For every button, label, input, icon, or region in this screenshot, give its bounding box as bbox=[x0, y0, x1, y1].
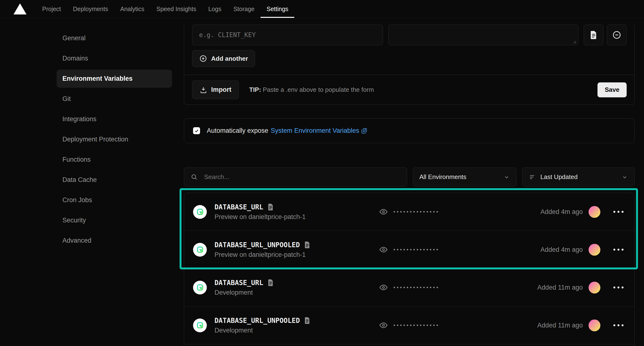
sidebar-item-environment-variables[interactable]: Environment Variables bbox=[57, 70, 172, 88]
env-name-block: DATABASE_URL_UNPOOLED Development bbox=[214, 316, 311, 334]
nav-item-analytics[interactable]: Analytics bbox=[114, 0, 150, 18]
copy-value-icon[interactable] bbox=[267, 203, 274, 211]
added-timestamp: Added 11m ago bbox=[537, 322, 583, 329]
eye-reveal-icon[interactable] bbox=[379, 321, 388, 330]
remove-row-button[interactable] bbox=[607, 24, 627, 45]
sidebar-item-general[interactable]: General bbox=[57, 29, 172, 47]
environment-filter-label: All Environments bbox=[419, 173, 503, 181]
eye-reveal-icon[interactable] bbox=[379, 245, 388, 254]
tip-text: TIP: Paste a .env above to populate the … bbox=[249, 86, 374, 94]
hidden-value-dots: •••••••••••••• bbox=[393, 323, 440, 328]
vercel-logo[interactable] bbox=[14, 0, 26, 18]
env-value-block: •••••••••••••• bbox=[379, 321, 440, 330]
eye-reveal-icon[interactable] bbox=[379, 207, 388, 216]
neon-logo-icon bbox=[196, 284, 204, 291]
key-value-row bbox=[192, 24, 627, 46]
env-key-input[interactable] bbox=[192, 24, 383, 45]
user-avatar bbox=[588, 282, 600, 294]
nav-item-logs[interactable]: Logs bbox=[202, 0, 227, 18]
paste-env-file-button[interactable] bbox=[584, 24, 604, 45]
env-value-input[interactable] bbox=[388, 24, 578, 45]
env-key: DATABASE_URL bbox=[214, 203, 263, 211]
hidden-value-dots: •••••••••••••• bbox=[393, 209, 440, 214]
add-another-button[interactable]: Add another bbox=[192, 50, 255, 67]
new-env-var-card: Add another Import TIP: Paste a .env abo… bbox=[184, 24, 634, 105]
save-button[interactable]: Save bbox=[598, 82, 627, 97]
circle-plus-icon bbox=[199, 54, 207, 63]
env-value-block: •••••••••••••• bbox=[379, 283, 440, 292]
import-label: Import bbox=[211, 86, 232, 94]
search-wrap bbox=[184, 168, 407, 186]
sort-label: Last Updated bbox=[540, 173, 621, 181]
row-actions-menu-button[interactable] bbox=[612, 247, 626, 252]
search-input[interactable] bbox=[184, 168, 407, 186]
row-actions-menu-button[interactable] bbox=[612, 322, 626, 328]
env-var-row: DATABASE_URL Preview on danieltprice-pat… bbox=[184, 193, 634, 231]
env-target: Preview on danieltprice-patch-1 bbox=[214, 213, 306, 221]
expose-checkbox[interactable] bbox=[193, 127, 200, 134]
external-link-icon bbox=[361, 128, 367, 134]
added-timestamp: Added 11m ago bbox=[537, 284, 583, 291]
form-footer: Import TIP: Paste a .env above to popula… bbox=[184, 75, 634, 104]
sort-dropdown[interactable]: Last Updated bbox=[522, 168, 634, 186]
copy-value-icon[interactable] bbox=[304, 241, 311, 249]
env-var-row: DATABASE_URL_UNPOOLED Development ••••••… bbox=[184, 306, 634, 344]
env-target: Preview on danieltprice-patch-1 bbox=[214, 251, 311, 258]
environment-filter-dropdown[interactable]: All Environments bbox=[413, 168, 516, 186]
nav-item-project[interactable]: Project bbox=[36, 0, 67, 18]
user-avatar bbox=[588, 206, 600, 218]
env-target: Development bbox=[214, 289, 274, 296]
chevron-down-icon bbox=[503, 174, 510, 180]
sidebar-item-data-cache[interactable]: Data Cache bbox=[57, 171, 172, 189]
sidebar-item-security[interactable]: Security bbox=[57, 211, 172, 230]
resize-grip-icon[interactable] bbox=[572, 40, 576, 44]
env-key: DATABASE_URL_UNPOOLED bbox=[214, 316, 300, 324]
env-row-meta: Added 11m ago bbox=[537, 320, 626, 331]
row-actions-menu-button[interactable] bbox=[612, 284, 626, 290]
env-key: DATABASE_URL_UNPOOLED bbox=[214, 241, 300, 249]
user-avatar bbox=[588, 244, 600, 256]
sidebar-item-functions[interactable]: Functions bbox=[57, 150, 172, 169]
env-var-row: DATABASE_URL_UNPOOLED Preview on danielt… bbox=[184, 231, 634, 269]
sidebar-item-integrations[interactable]: Integrations bbox=[57, 110, 172, 128]
file-icon bbox=[589, 30, 598, 40]
neon-logo-icon bbox=[196, 246, 204, 254]
search-icon bbox=[190, 173, 198, 181]
settings-sidebar: General Domains Environment Variables Gi… bbox=[0, 18, 177, 252]
next-row-partial bbox=[184, 344, 634, 346]
nav-item-speed-insights[interactable]: Speed Insights bbox=[150, 0, 202, 18]
env-value-wrap bbox=[388, 24, 578, 46]
system-env-variables-link[interactable]: System Environment Variables bbox=[271, 127, 367, 134]
env-name-block: DATABASE_URL Preview on danieltprice-pat… bbox=[214, 203, 306, 221]
nav-item-storage[interactable]: Storage bbox=[227, 0, 260, 18]
sidebar-item-git[interactable]: Git bbox=[57, 90, 172, 108]
eye-reveal-icon[interactable] bbox=[379, 283, 388, 292]
hidden-value-dots: •••••••••••••• bbox=[393, 285, 440, 290]
chevron-down-icon bbox=[621, 174, 628, 180]
env-key: DATABASE_URL bbox=[214, 279, 263, 287]
circle-minus-icon bbox=[612, 30, 622, 40]
system-env-card: Automatically expose System Environment … bbox=[184, 118, 634, 143]
sidebar-item-deployment-protection[interactable]: Deployment Protection bbox=[57, 130, 172, 148]
sidebar-item-advanced[interactable]: Advanced bbox=[57, 232, 172, 250]
neon-integration-avatar bbox=[193, 205, 207, 219]
copy-value-icon[interactable] bbox=[267, 279, 274, 286]
vercel-triangle-icon bbox=[14, 3, 26, 14]
neon-integration-avatar bbox=[193, 281, 207, 294]
env-var-row: DATABASE_URL Development •••••••••••••• bbox=[184, 269, 634, 306]
expose-label: Automatically expose bbox=[207, 127, 268, 134]
settings-page: General Domains Environment Variables Gi… bbox=[0, 18, 644, 346]
nav-item-settings[interactable]: Settings bbox=[260, 0, 294, 18]
import-download-icon bbox=[200, 86, 207, 94]
copy-value-icon[interactable] bbox=[304, 316, 311, 324]
env-row-meta: Added 4m ago bbox=[540, 206, 626, 218]
user-avatar bbox=[588, 320, 600, 331]
import-button[interactable]: Import bbox=[192, 80, 239, 99]
env-value-block: •••••••••••••• bbox=[379, 245, 440, 254]
row-actions-menu-button[interactable] bbox=[612, 209, 626, 215]
sidebar-item-domains[interactable]: Domains bbox=[57, 50, 172, 68]
nav-item-deployments[interactable]: Deployments bbox=[67, 0, 114, 18]
env-variables-list: DATABASE_URL Preview on danieltprice-pat… bbox=[184, 193, 634, 346]
filter-row: All Environments Last Updated bbox=[184, 168, 634, 186]
sidebar-item-cron-jobs[interactable]: Cron Jobs bbox=[57, 191, 172, 209]
